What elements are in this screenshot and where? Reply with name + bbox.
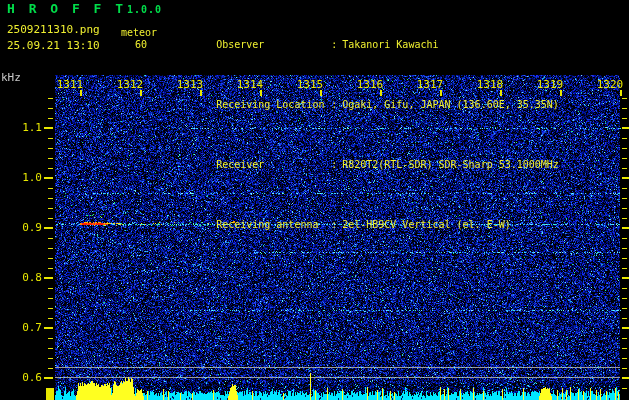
info-label: Observer (216, 39, 331, 51)
time-tick-label: 1313 (166, 78, 214, 91)
info-row-antenna: Receiving antenna:2el-HB9CV Vertical (el… (180, 207, 559, 243)
time-tick-label: 1319 (526, 78, 574, 91)
info-separator: : (331, 219, 337, 231)
info-value: 2el-HB9CV Vertical (el. E-W) (342, 219, 511, 230)
duration-seconds: 60 (135, 39, 147, 50)
freq-tick-label: 0.9 (10, 221, 42, 234)
time-tick-label: 1320 (586, 78, 629, 91)
time-tick-label: 1317 (406, 78, 454, 91)
info-value: Takanori Kawachi (342, 39, 438, 50)
observation-datetime: 25.09.21 13:10 (7, 39, 100, 52)
info-label: Receiving antenna (216, 219, 331, 231)
info-label: Receiver (216, 159, 331, 171)
freq-tick-label: 1.1 (10, 121, 42, 134)
info-label: Receiving Location (216, 99, 331, 111)
time-tick-label: 1312 (106, 78, 154, 91)
app-version: 1.0.0 (127, 4, 162, 15)
freq-tick-label: 0.7 (10, 321, 42, 334)
info-row-receiver: Receiver:R820T2(RTL-SDR) SDR-Sharp 53.10… (180, 147, 559, 183)
info-value: Ogaki, Gifu, JAPAN (136.60E, 35.35N) (342, 99, 559, 110)
info-value: R820T2(RTL-SDR) SDR-Sharp 53.1000MHz (342, 159, 559, 170)
time-tick-label: 1314 (226, 78, 274, 91)
info-separator: : (331, 39, 337, 51)
time-tick-label: 1311 (46, 78, 94, 91)
info-separator: : (331, 159, 337, 171)
hrofft-window: H R O F F T 1.0.0 2509211310.png meteor … (0, 0, 629, 400)
freq-tick-label: 0.8 (10, 271, 42, 284)
info-row-observer: Observer:Takanori Kawachi (180, 27, 559, 63)
station-info: Observer:Takanori Kawachi Receiving Loca… (180, 3, 559, 267)
freq-tick-label: 0.6 (10, 371, 42, 384)
freq-unit-label: kHz (1, 71, 21, 84)
time-tick-label: 1316 (346, 78, 394, 91)
info-separator: : (331, 99, 337, 111)
time-tick-label: 1318 (466, 78, 514, 91)
freq-tick-label: 1.0 (10, 171, 42, 184)
time-tick-label: 1315 (286, 78, 334, 91)
observation-mode: meteor (121, 27, 157, 38)
info-row-location: Receiving Location:Ogaki, Gifu, JAPAN (1… (180, 87, 559, 123)
app-title: H R O F F T (7, 1, 126, 16)
output-filename: 2509211310.png (7, 23, 100, 36)
